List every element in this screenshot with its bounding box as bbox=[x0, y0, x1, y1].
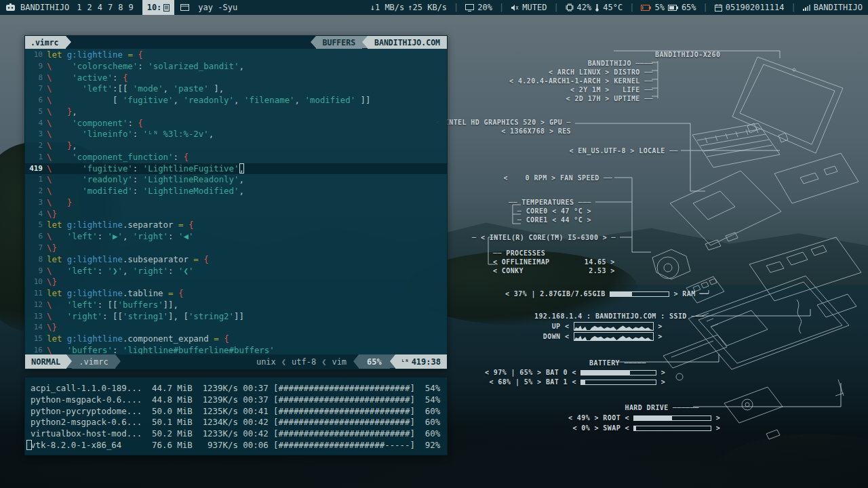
line-number: 2 bbox=[25, 186, 47, 197]
vim-code-line: 15let g:lightline.component_expand = { bbox=[25, 333, 447, 345]
terminal-output-row: virtualbox-host-mod... 50.2 MiB 1233K/s … bbox=[31, 428, 447, 440]
vim-code-line: 10\} bbox=[25, 277, 447, 288]
battery-low-value: 5% bbox=[654, 3, 664, 12]
brightness-indicator: 20% bbox=[465, 3, 492, 12]
robot-icon bbox=[5, 3, 16, 12]
vim-tabline-site-label: BANDITHIJO.COM bbox=[368, 36, 447, 49]
terminal-window[interactable]: acpi_call-1.1.0-189... 44.7 MiB 1239K/s … bbox=[24, 377, 448, 455]
terminal-cursor bbox=[26, 440, 32, 450]
vim-code-line: 3\ } bbox=[25, 197, 447, 209]
divider: | bbox=[551, 3, 560, 12]
line-number: 9 bbox=[25, 266, 47, 277]
line-number-icon: ᴸᴺ bbox=[401, 359, 409, 365]
battery-indicators: 5% 65% bbox=[641, 3, 696, 12]
line-number: 16 bbox=[25, 345, 47, 354]
vim-statusline-filename: .vimrc bbox=[72, 354, 115, 369]
terminal-output: acpi_call-1.1.0-189... 44.7 MiB 1239K/s … bbox=[31, 383, 447, 451]
temperature-value: 45°C bbox=[603, 3, 623, 12]
workspace-1[interactable]: 1 bbox=[74, 3, 84, 12]
vim-code-line: 14\} bbox=[25, 322, 447, 333]
statusline-arrow bbox=[115, 354, 121, 368]
line-number: 13 bbox=[25, 311, 47, 323]
line-number: 9 bbox=[25, 61, 47, 73]
datetime-value: 051902011114 bbox=[726, 3, 785, 12]
memory-indicator: 42% 45°C bbox=[566, 3, 623, 12]
tab-separator-arrow bbox=[66, 36, 71, 48]
line-number: 12 bbox=[25, 300, 47, 311]
line-number: 3 bbox=[25, 129, 47, 140]
vim-code-line: 9\ 'left': '❯', 'right': '❮' bbox=[25, 266, 447, 277]
line-number: 8 bbox=[25, 73, 47, 84]
vim-tab-vimrc[interactable]: .vimrc bbox=[25, 36, 66, 49]
vim-tabline-buffers-label: BUFFERS bbox=[316, 36, 362, 49]
line-number: 10 bbox=[25, 49, 47, 61]
vim-code-line: 8let g:lightline.subseparator = { bbox=[25, 254, 447, 266]
divider: | bbox=[701, 3, 710, 12]
chip-icon bbox=[566, 3, 574, 12]
vim-code-line: 7\ 'left':[[ 'mode', 'paste' ], bbox=[25, 83, 447, 95]
divider: | bbox=[789, 3, 798, 12]
tabline-fill bbox=[71, 36, 311, 49]
line-number: 2 bbox=[25, 140, 47, 152]
workspace-8[interactable]: 8 bbox=[115, 3, 125, 12]
vim-text-area[interactable]: 10let g:lightline = {9\ 'colorscheme': '… bbox=[25, 49, 447, 354]
line-number: 4 bbox=[25, 209, 47, 220]
workspace-4[interactable]: 4 bbox=[95, 3, 105, 12]
terminal-output-row: acpi_call-1.1.0-189... 44.7 MiB 1239K/s … bbox=[31, 383, 447, 394]
signal-icon bbox=[803, 4, 810, 11]
terminal-output-row: python-msgpack-0.6.... 44.8 MiB 1239K/s … bbox=[31, 394, 447, 406]
line-number: 7 bbox=[25, 243, 47, 254]
memory-value: 42% bbox=[577, 3, 592, 12]
terminal-output-row: vtk-8.2.0-1-x86_64 76.6 MiB 937K/s 00:06… bbox=[31, 440, 447, 451]
statusline-arrow bbox=[353, 354, 359, 368]
net-download: ↓1 MB/s bbox=[370, 3, 405, 12]
divider: | bbox=[627, 3, 636, 12]
vim-statusline-right: unix ❮ utf-8 ❮ vim bbox=[256, 354, 348, 369]
statusline-fill bbox=[121, 354, 256, 369]
vim-mode-indicator: NORMAL bbox=[25, 354, 66, 369]
network-speed: ↓1 MB/s ↑25 KB/s bbox=[370, 3, 447, 12]
chevron-left-icon: ❮ bbox=[321, 357, 326, 367]
line-number: 1 bbox=[25, 174, 47, 186]
wifi-ssid: BANDITHIJO bbox=[814, 3, 863, 12]
workspace-2[interactable]: 2 bbox=[84, 3, 94, 12]
battery-low-icon bbox=[641, 5, 651, 11]
workspace-9[interactable]: 9 bbox=[125, 3, 136, 12]
vim-code-line: 4\} bbox=[25, 209, 447, 220]
mute-icon bbox=[511, 4, 519, 12]
cursor-position-value: 419:38 bbox=[412, 357, 441, 367]
vim-code-line: 16\ 'buffers': 'lightline#bufferline#buf… bbox=[25, 345, 447, 354]
workspace-active[interactable]: 10: bbox=[142, 0, 175, 15]
cursor-position: ᴸᴺ 419:38 bbox=[395, 354, 447, 369]
vim-code-line: 2\ 'modified': 'LightlineModified', bbox=[25, 186, 447, 197]
vim-code-line: 11let g:lightline.tabline = { bbox=[25, 288, 447, 300]
tab-separator-arrow bbox=[311, 36, 316, 48]
host-label: BANDITHIJO bbox=[20, 3, 69, 12]
vim-editor-window[interactable]: .vimrc BUFFERS BANDITHIJO.COM 10let g:li… bbox=[24, 35, 448, 369]
vim-statusline: NORMAL .vimrc unix ❮ utf-8 ❮ vim 65% ᴸᴺ … bbox=[25, 354, 447, 369]
brightness-value: 20% bbox=[477, 3, 492, 12]
vim-cursor: , bbox=[239, 163, 244, 174]
line-number: 3 bbox=[25, 197, 47, 209]
chevron-left-icon: ❮ bbox=[281, 357, 286, 367]
workspace-7[interactable]: 7 bbox=[105, 3, 115, 12]
line-number: 4 bbox=[25, 118, 47, 129]
line-number: 1 bbox=[25, 152, 47, 163]
vim-code-line: 7\} bbox=[25, 243, 447, 254]
focused-window-title: yay -Syu bbox=[198, 3, 237, 12]
line-number: 14 bbox=[25, 322, 47, 333]
wifi-indicator: BANDITHIJO bbox=[803, 3, 863, 12]
line-number: 5 bbox=[25, 106, 47, 118]
vim-code-line: 8\ 'active': { bbox=[25, 73, 447, 84]
line-number: 5 bbox=[25, 220, 47, 231]
vim-code-line: 13\ 'right': [['string1'], ['string2']] bbox=[25, 311, 447, 323]
line-number: 6 bbox=[25, 95, 47, 106]
line-number: 6 bbox=[25, 231, 47, 243]
line-number: 15 bbox=[25, 333, 47, 345]
battery-main-value: 65% bbox=[682, 3, 696, 12]
vim-code-line: 5let g:lightline.separator = { bbox=[25, 220, 447, 231]
divider: | bbox=[452, 3, 460, 12]
terminal-output-row: python2-msgpack-0.6... 50.1 MiB 1234K/s … bbox=[31, 417, 447, 428]
vim-code-line: 1\ 'component_function': { bbox=[25, 152, 447, 163]
vim-code-line: 5\ }, bbox=[25, 106, 447, 118]
